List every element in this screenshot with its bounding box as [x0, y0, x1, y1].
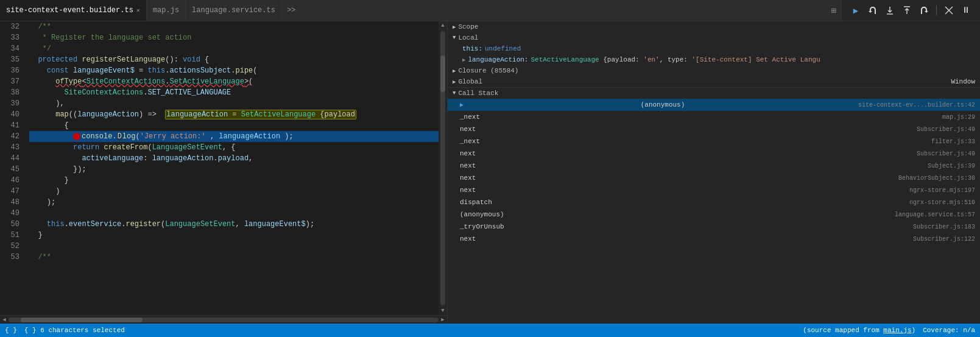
call-stack-item-3[interactable]: _next filter.js:33 [448, 135, 980, 147]
continue-button[interactable]: ▶ [849, 4, 862, 17]
status-bar: { } { } 6 characters selected (source ma… [0, 324, 980, 337]
global-section-header[interactable]: ▶ Global Window [448, 76, 980, 87]
call-stack-file-11: Subscriber.js:122 [913, 236, 975, 243]
line-num-44: 44 [0, 153, 19, 164]
code-line-45: }); [29, 164, 439, 175]
code-lines[interactable]: /** * Register the language set action *… [24, 21, 439, 315]
tab-overflow[interactable]: >> [282, 6, 300, 15]
call-stack-func-8: dispatch [460, 199, 492, 206]
line-num-34: 34 [0, 43, 19, 54]
h-scroll-thumb[interactable] [21, 317, 143, 322]
call-stack-file-4: Subscriber.js:49 [917, 151, 975, 157]
call-stack-item-2[interactable]: next Subscriber.js:49 [448, 123, 980, 135]
call-stack-item-11[interactable]: next Subscriber.js:122 [448, 233, 980, 245]
call-stack-func-10: _tryOrUnsub [460, 223, 504, 230]
tab-language-service[interactable]: language.service.ts [186, 0, 282, 21]
top-toolbar: site-context-event.builder.ts ✕ map.js l… [0, 0, 980, 21]
call-stack-file-9: language.service.ts:57 [895, 211, 975, 218]
line-num-53: 53 [0, 252, 19, 263]
call-stack-item-8[interactable]: dispatch ngrx-store.mjs:510 [448, 196, 980, 208]
line-num-32: 32 [0, 21, 19, 32]
call-stack-file-1: map.js:29 [942, 114, 975, 121]
vertical-scrollbar[interactable]: ▲ ▼ [439, 21, 447, 315]
line-num-35: 35 [0, 54, 19, 65]
scroll-track[interactable] [440, 31, 445, 305]
code-line-44: activeLanguage: languageAction.payload, [29, 153, 439, 164]
tab-site-context[interactable]: site-context-event.builder.ts ✕ [0, 0, 147, 21]
line-num-48: 48 [0, 197, 19, 208]
step-over-button[interactable] [866, 4, 880, 17]
call-stack-func-11: next [460, 235, 476, 243]
step-back-button[interactable] [917, 4, 931, 17]
call-stack-item-0[interactable]: ▶ (anonymous) site-context-ev....builder… [448, 99, 980, 111]
call-stack-file-3: filter.js:33 [931, 138, 975, 145]
local-section-header[interactable]: ▼ Local [448, 32, 980, 43]
code-line-36: const languageEvent$ = this.actionsSubje… [29, 65, 439, 76]
line-num-38: 38 [0, 87, 19, 98]
call-stack-func-5: next [460, 162, 476, 169]
call-stack-item-5[interactable]: next Subject.js:39 [448, 160, 980, 172]
call-stack-item-4[interactable]: next Subscriber.js:49 [448, 147, 980, 160]
call-stack-item-7[interactable]: next ngrx-store.mjs:197 [448, 184, 980, 196]
code-line-35: protected registerSetLanguage(): void { [29, 54, 439, 65]
line-num-40: 40 [0, 109, 19, 120]
step-out-button[interactable] [900, 4, 914, 17]
this-key: this: [462, 45, 482, 52]
debug-item-languageAction[interactable]: ▶ languageAction: SetActiveLanguage {pay… [448, 54, 980, 65]
tab-close-site-context[interactable]: ✕ [136, 7, 140, 14]
call-stack-file-6: BehaviorSubject.js:30 [898, 175, 975, 182]
characters-selected: { } 6 characters selected [24, 327, 125, 334]
closure-section-header[interactable]: ▶ Closure (85584) [448, 65, 980, 76]
deactivate-breakpoints-button[interactable] [942, 4, 956, 17]
horizontal-scrollbar[interactable]: ◀ ▶ [0, 315, 447, 324]
toolbar-separator [936, 5, 937, 15]
debug-item-this[interactable]: this: undefined [448, 43, 980, 54]
scroll-up-arrow[interactable]: ▲ [439, 21, 447, 30]
call-stack-func-3: _next [460, 138, 480, 145]
main-js-link[interactable]: main.js [883, 327, 911, 334]
code-line-38: SiteContextActions.SET_ACTIVE_LANGUAGE [29, 87, 439, 98]
line-numbers: 32 33 34 35 36 37 38 39 40 41 42 43 44 4… [0, 21, 24, 315]
scroll-left-arrow[interactable]: ◀ [0, 316, 9, 324]
call-stack-file-8: ngrx-store.mjs:510 [909, 199, 975, 206]
scope-label: Scope [458, 23, 478, 30]
scroll-thumb[interactable] [440, 55, 445, 92]
code-line-50: this.eventService.register(LanguageSetEv… [29, 219, 439, 230]
call-stack-item-6[interactable]: next BehaviorSubject.js:30 [448, 172, 980, 184]
call-stack-func-4: next [460, 150, 476, 157]
call-stack-func-0: (anonymous) [641, 101, 685, 108]
call-stack-item-9[interactable]: (anonymous) language.service.ts:57 [448, 208, 980, 221]
line-num-39: 39 [0, 98, 19, 109]
call-stack-section: ▼ Call Stack ▶ (anonymous) site-context-… [448, 87, 980, 324]
call-stack-item-1[interactable]: _next map.js:29 [448, 111, 980, 123]
scope-section-header[interactable]: ▶ Scope [448, 21, 980, 32]
closure-arrow: ▶ [453, 68, 456, 74]
code-line-49 [29, 208, 439, 219]
line-num-33: 33 [0, 32, 19, 43]
line-num-41: 41 [0, 120, 19, 131]
scope-arrow: ▶ [453, 24, 456, 30]
minimap-toggle[interactable]: ⊞ [827, 5, 841, 16]
scroll-right-arrow[interactable]: ▶ [439, 316, 447, 324]
languageaction-type: SetActiveLanguage [531, 56, 599, 63]
global-arrow: ▶ [453, 79, 456, 85]
coverage-text: Coverage: n/a [923, 327, 975, 334]
code-line-43: return createFrom(LanguageSetEvent, { [29, 142, 439, 153]
line-num-52: 52 [0, 241, 19, 252]
step-into-button[interactable] [883, 4, 897, 17]
line-num-47: 47 [0, 186, 19, 197]
tab-map-js[interactable]: map.js [147, 0, 186, 21]
pause-button[interactable]: ⏸ [959, 4, 973, 17]
global-label: Global [458, 78, 482, 85]
line-num-49: 49 [0, 208, 19, 219]
line-num-46: 46 [0, 175, 19, 186]
debug-toolbar: ▶ ⏸ [841, 0, 980, 21]
call-stack-header[interactable]: ▼ Call Stack [448, 88, 980, 99]
tab-label-site-context: site-context-event.builder.ts [6, 6, 133, 15]
h-scroll-track[interactable] [9, 317, 439, 322]
scroll-down-arrow[interactable]: ▼ [439, 307, 447, 315]
line-num-50: 50 [0, 219, 19, 230]
call-stack-func-9: (anonymous) [460, 211, 504, 218]
call-stack-item-10[interactable]: _tryOrUnsub Subscriber.js:183 [448, 221, 980, 233]
line-num-51: 51 [0, 230, 19, 241]
